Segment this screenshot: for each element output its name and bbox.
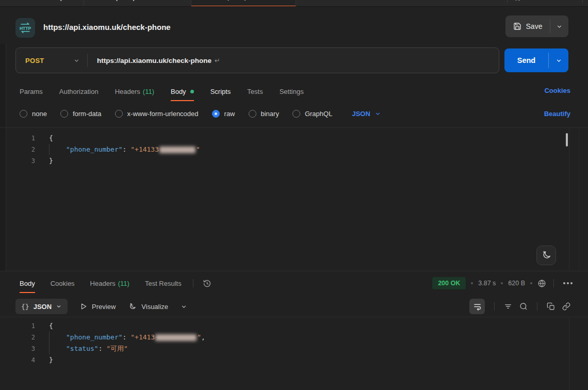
body-type-binary[interactable]: binary (249, 110, 279, 118)
radio-form-data[interactable] (60, 110, 68, 118)
code-token: { (49, 134, 53, 142)
body-type-raw[interactable]: raw (212, 110, 235, 118)
radio-x-www-form-urlencoded[interactable] (115, 110, 123, 118)
postbot-button[interactable] (536, 246, 556, 265)
body-type-GraphQL[interactable]: GraphQL (292, 110, 332, 118)
environment-selector[interactable]: No environment (525, 0, 570, 1)
request-title: https://api.xiaomu.uk/check-phone (43, 23, 171, 31)
visualize-button[interactable]: Visualize (128, 302, 168, 311)
code-token: : (99, 345, 107, 352)
code-token: { (49, 322, 53, 330)
save-options-button[interactable] (550, 15, 568, 37)
code-token: "+1413 (130, 333, 155, 341)
tab-headers[interactable]: Headers(11) (115, 82, 154, 101)
more-options-icon[interactable] (563, 282, 573, 284)
tab-authorization[interactable]: Authorization (59, 82, 99, 101)
workspace-tab[interactable]: GEThttps://api.xiaomu.uk/sw (84, 0, 191, 7)
request-tabs: ParamsAuthorizationHeaders(11)BodyScript… (20, 82, 573, 101)
response-tab-cookies[interactable]: Cookies (51, 273, 75, 293)
url-input[interactable]: https://api.xiaomu.uk/check-phone↵ (97, 57, 220, 64)
magic-wand-icon (128, 302, 137, 311)
response-tab-body[interactable]: Body (20, 273, 35, 293)
code-token: " (197, 333, 201, 341)
code-line: 2"phone_number": "+1413", (6, 332, 588, 343)
indent-guide (49, 144, 66, 155)
indent-guide (49, 343, 66, 354)
method-selector[interactable]: POST (16, 57, 87, 64)
workspace-tab[interactable]: GETUntitled Request (0, 0, 84, 7)
status-badge[interactable]: 200 OK (432, 277, 466, 289)
tab-body[interactable]: Body (171, 82, 194, 101)
response-body-panel: 1{2"phone_number": "+1413",3"status": "可… (0, 317, 588, 390)
tab-method-label: GET (8, 0, 20, 1)
tab-tests[interactable]: Tests (247, 82, 263, 101)
svg-text:HTTP: HTTP (20, 26, 31, 31)
format-label: JSON (352, 110, 370, 118)
code-token: "status" (66, 345, 99, 352)
tab-settings[interactable]: Settings (280, 82, 304, 101)
cookies-link[interactable]: Cookies (544, 87, 570, 94)
code-content: { (35, 133, 53, 144)
save-button[interactable]: Save (505, 15, 550, 37)
code-token: "+14133 (130, 145, 159, 153)
body-type-form-data[interactable]: form-data (60, 110, 102, 118)
link-icon[interactable] (562, 302, 570, 311)
send-options-button[interactable] (549, 48, 568, 72)
wrap-text-button[interactable] (469, 299, 485, 314)
response-tabs: BodyCookiesHeaders(11)Test Results (20, 273, 182, 293)
response-tab-headers[interactable]: Headers(11) (90, 273, 129, 293)
response-time[interactable]: 3.87 s (478, 280, 496, 287)
chevron-down-icon[interactable] (181, 303, 187, 310)
save-label: Save (526, 22, 543, 30)
request-body-editor[interactable]: 1{2"phone_number": "+14133"3} (6, 133, 588, 167)
tab-scripts[interactable]: Scripts (210, 82, 231, 101)
chevron-down-icon (73, 57, 80, 64)
radio-label: GraphQL (305, 110, 332, 118)
line-number: 4 (6, 354, 35, 366)
preview-button[interactable]: Preview (80, 303, 116, 311)
search-icon[interactable] (513, 0, 520, 2)
new-tab-button[interactable]: + (296, 0, 316, 3)
search-icon[interactable] (519, 302, 528, 311)
tab-label: Settings (280, 88, 304, 95)
radio-label: none (32, 110, 47, 118)
radio-GraphQL[interactable] (292, 110, 300, 118)
code-token: "phone_number" (66, 333, 123, 341)
workspace-tabbar: GETUntitled RequestGEThttps://api.xiaomu… (0, 0, 588, 7)
divider (507, 0, 508, 3)
radio-none[interactable] (20, 110, 27, 118)
line-number: 2 (6, 332, 35, 343)
response-size[interactable]: 620 B (508, 280, 525, 287)
divider (537, 302, 537, 311)
section-resize-divider[interactable] (0, 271, 588, 271)
tab-label: Params (20, 88, 43, 95)
code-content: } (35, 155, 53, 167)
radio-binary[interactable] (249, 110, 256, 118)
response-tab-test-results[interactable]: Test Results (145, 273, 182, 293)
tab-label: Authorization (59, 88, 99, 95)
divider (553, 279, 554, 287)
tab-title: https://api.xiaomu.uk/t (219, 0, 288, 1)
workspace-tab[interactable]: POSThttps://api.xiaomu.uk/t (191, 0, 296, 7)
tab-params[interactable]: Params (20, 82, 43, 101)
code-content: "phone_number": "+1413", (35, 332, 205, 343)
code-line: 3"status": "可用" (6, 343, 588, 354)
radio-raw[interactable] (212, 110, 220, 118)
format-selector[interactable]: JSON (352, 110, 381, 118)
preview-label: Preview (92, 303, 116, 311)
body-type-none[interactable]: none (20, 110, 47, 118)
scrollbar-thumb[interactable] (566, 133, 568, 147)
filter-icon[interactable] (504, 302, 512, 311)
redacted-text (159, 147, 195, 153)
response-history-icon[interactable] (203, 279, 211, 288)
beautify-link[interactable]: Beautify (544, 110, 570, 118)
body-type-x-www-form-urlencoded[interactable]: x-www-form-urlencoded (115, 110, 199, 118)
response-format-selector[interactable]: {} JSON (15, 299, 68, 314)
network-globe-icon[interactable] (537, 279, 546, 288)
send-button[interactable]: Send (504, 48, 548, 72)
response-body-editor[interactable]: 1{2"phone_number": "+1413",3"status": "可… (6, 320, 588, 366)
line-number: 1 (6, 320, 35, 332)
visualize-label: Visualize (141, 303, 168, 311)
copy-icon[interactable] (547, 302, 555, 311)
tab-title: https://api.xiaomu.uk/sw (108, 0, 183, 1)
